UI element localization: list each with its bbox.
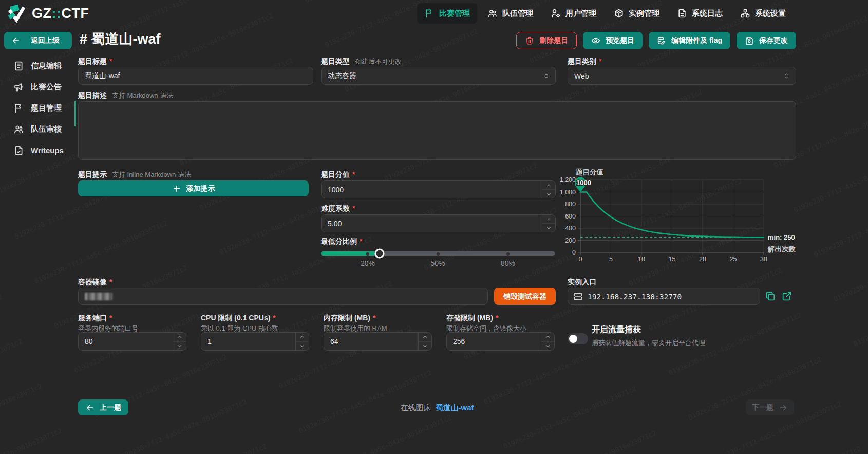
- cpu-input[interactable]: [201, 333, 295, 350]
- brand-text: GZ::CTF: [32, 6, 89, 22]
- nav-item-label: 比赛管理: [439, 9, 470, 19]
- nav-item-teams[interactable]: 队伍管理: [480, 3, 540, 24]
- image-input[interactable]: [78, 288, 488, 305]
- delete-challenge-button[interactable]: 删除题目: [516, 32, 577, 49]
- sidebar: 信息编辑 比赛公告 题目管理 队伍审核 Writeups: [0, 56, 76, 161]
- spin-up-icon[interactable]: [296, 333, 309, 342]
- spin-down-icon[interactable]: [173, 342, 186, 351]
- title-input[interactable]: [78, 67, 313, 85]
- nav-item-label: 系统设置: [755, 9, 786, 19]
- sidebar-item-challenges[interactable]: 题目管理: [0, 98, 76, 119]
- difficulty-spinner[interactable]: [542, 215, 555, 232]
- open-entry-button[interactable]: [780, 289, 794, 303]
- svg-text:25: 25: [730, 256, 737, 263]
- cpu-input-wrap: [201, 332, 309, 351]
- port-label: 服务端口*: [78, 314, 112, 323]
- traffic-capture-toggle[interactable]: [568, 333, 588, 344]
- back-button[interactable]: 返回上级: [4, 32, 72, 49]
- required-marker: *: [373, 314, 375, 322]
- spin-down-icon[interactable]: [542, 224, 555, 232]
- slider-mark-label: 80%: [501, 259, 515, 267]
- score-curve-chart: 02004006008001,0001,200051015202530题目分值解…: [557, 168, 814, 270]
- min-ratio-slider[interactable]: 20%50%80%: [321, 247, 555, 268]
- next-challenge-label: 下一题: [752, 403, 773, 412]
- next-challenge-button[interactable]: 下一题: [746, 399, 794, 415]
- sidebar-item-label: 信息编辑: [31, 61, 62, 71]
- slider-thumb[interactable]: [374, 249, 384, 259]
- challenge-link[interactable]: 蜀道山-waf: [436, 403, 474, 412]
- slider-mark-dot: [366, 252, 369, 256]
- destroy-test-container-button[interactable]: 销毁测试容器: [494, 288, 556, 305]
- storage-input[interactable]: [447, 333, 541, 350]
- nav-item-settings[interactable]: 系统设置: [733, 3, 793, 24]
- spin-down-icon[interactable]: [541, 342, 554, 351]
- preview-challenge-button[interactable]: 预览题目: [583, 32, 643, 49]
- category-select[interactable]: Web: [568, 67, 796, 85]
- save-icon: [745, 36, 754, 45]
- nav-item-label: 系统日志: [692, 9, 723, 19]
- toggle-knob: [569, 335, 577, 343]
- header-actions: 删除题目 预览题目 编辑附件及 flag 保存更改: [516, 32, 796, 49]
- cpu-spinner[interactable]: [295, 333, 309, 350]
- spin-up-icon[interactable]: [541, 333, 554, 342]
- brand[interactable]: GZ::CTF: [6, 3, 89, 24]
- sidebar-item-writeups[interactable]: Writeups: [0, 140, 76, 161]
- title-label: 题目标题*: [78, 57, 112, 66]
- add-hint-button[interactable]: 添加提示: [78, 180, 309, 196]
- sidebar-item-info[interactable]: 信息编辑: [0, 56, 76, 77]
- type-select-value: 动态容器: [328, 71, 356, 81]
- sitemap-icon: [740, 8, 750, 19]
- sidebar-item-notice[interactable]: 比赛公告: [0, 77, 76, 98]
- slider-mark-dot: [506, 252, 510, 256]
- nav-item-label: 队伍管理: [502, 9, 533, 19]
- external-link-icon: [781, 290, 792, 302]
- spin-up-icon[interactable]: [173, 333, 186, 342]
- svg-text:0: 0: [579, 256, 582, 263]
- preview-label: 预览题目: [606, 36, 634, 45]
- description-label: 题目描述支持 Markdown 语法: [78, 91, 173, 100]
- nav-item-users[interactable]: 用户管理: [543, 3, 603, 24]
- slider-fill: [321, 251, 380, 256]
- user-cog-icon: [551, 8, 561, 19]
- file-check-icon: [13, 145, 24, 156]
- required-marker: *: [352, 170, 355, 178]
- description-textarea[interactable]: [78, 101, 796, 160]
- min-ratio-label: 最低分比例*: [321, 237, 362, 246]
- cpu-label: CPU 限制 (0.1 CPUs)*: [201, 314, 276, 323]
- difficulty-label: 难度系数*: [321, 204, 355, 213]
- storage-spinner[interactable]: [541, 333, 554, 350]
- description-hint: 支持 Markdown 语法: [112, 91, 173, 100]
- memory-spinner[interactable]: [418, 333, 431, 350]
- top-navbar: GZ::CTF 比赛管理 队伍管理 用户管理 实例管理 系统日志 系统设置: [0, 0, 868, 27]
- copy-icon: [765, 290, 776, 302]
- copy-entry-button[interactable]: [764, 289, 777, 303]
- spin-down-icon[interactable]: [296, 342, 309, 351]
- score-input[interactable]: [322, 181, 542, 198]
- spin-up-icon[interactable]: [419, 333, 431, 342]
- type-select[interactable]: 动态容器: [321, 67, 556, 85]
- edit-attachment-flag-button[interactable]: 编辑附件及 flag: [649, 32, 730, 49]
- nav-item-logs[interactable]: 系统日志: [670, 3, 730, 24]
- nav-item-instances[interactable]: 实例管理: [607, 3, 667, 24]
- svg-text:min: 250: min: 250: [768, 233, 795, 241]
- difficulty-input[interactable]: [322, 215, 542, 232]
- spin-up-icon[interactable]: [542, 215, 555, 224]
- sidebar-item-review[interactable]: 队伍审核: [0, 119, 76, 140]
- slider-mark-label: 50%: [430, 259, 445, 267]
- port-input[interactable]: [79, 333, 173, 350]
- hints-hint: 支持 Inline Markdown 语法: [112, 170, 191, 179]
- svg-text:5: 5: [609, 256, 613, 263]
- required-marker: *: [109, 314, 112, 322]
- server-icon: [573, 292, 583, 301]
- save-changes-button[interactable]: 保存更改: [737, 32, 796, 49]
- spin-down-icon[interactable]: [419, 342, 431, 351]
- port-spinner[interactable]: [173, 333, 186, 350]
- spin-up-icon[interactable]: [542, 181, 555, 190]
- memory-input[interactable]: [324, 333, 418, 350]
- score-spinner[interactable]: [542, 181, 555, 198]
- trash-icon: [525, 36, 534, 45]
- spin-down-icon[interactable]: [542, 190, 555, 198]
- nav-item-games[interactable]: 比赛管理: [417, 3, 477, 24]
- hints-label: 题目提示支持 Inline Markdown 语法: [78, 170, 191, 179]
- slider-mark-dot: [437, 252, 440, 256]
